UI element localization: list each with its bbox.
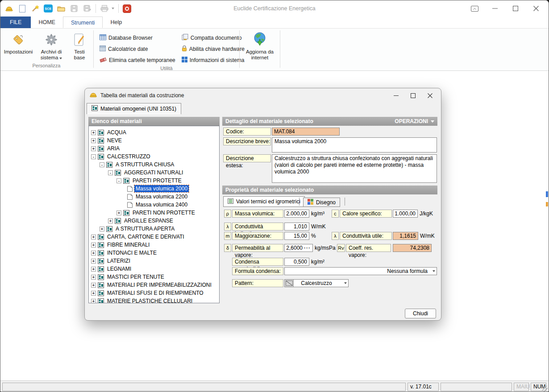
tree-item[interactable]: +INTONACI E MALTE xyxy=(89,249,219,257)
informazioni-sistema-button[interactable]: Informazioni di sistema xyxy=(180,54,246,66)
tree-item-selected[interactable]: Massa volumica 2000 xyxy=(89,185,219,193)
open-folder-icon[interactable] xyxy=(57,4,66,13)
collapse-ribbon-icon[interactable] xyxy=(466,3,483,14)
database-browser-button[interactable]: Database Browser xyxy=(98,32,177,43)
tree-item[interactable]: -CALCESTRUZZO xyxy=(89,153,219,161)
tree-item[interactable]: +NEVE xyxy=(89,136,219,144)
materials-tree[interactable]: +ACQUA +NEVE +ARIA -CALCESTRUZZO -A STRU… xyxy=(88,126,220,303)
hardware-key-icon xyxy=(182,45,187,53)
tree-item[interactable]: Massa volumica 2200 xyxy=(89,193,219,201)
tree-item[interactable]: +A STRUTTURA APERTA xyxy=(89,225,219,233)
tree-expander[interactable]: + xyxy=(91,259,96,264)
massa-volumica-field[interactable]: 2.000,00 xyxy=(284,210,309,218)
impostazioni-button[interactable]: Impostazioni xyxy=(2,30,34,55)
tree-item-label: Massa volumica 2200 xyxy=(134,193,189,200)
tree-expander[interactable]: + xyxy=(100,227,104,231)
compatta-documento-button[interactable]: Compatta documento xyxy=(180,32,246,43)
tree-item[interactable]: -PARETI PROTETTE xyxy=(89,177,219,185)
dialog-title-bar: Tabella dei materiali da costruzione xyxy=(85,88,441,103)
tree-item[interactable]: Massa volumica 2400 xyxy=(89,201,219,209)
operazioni-menu[interactable]: OPERAZIONI xyxy=(395,117,434,126)
codice-field[interactable]: MAT.084 xyxy=(272,128,340,136)
wizard-wand-icon[interactable] xyxy=(31,4,40,13)
tree-item[interactable]: +PARETI NON PROTETTE xyxy=(89,209,219,217)
maggiorazione-field[interactable]: 15,00 xyxy=(284,232,309,240)
print-dropdown-caret[interactable] xyxy=(112,8,114,9)
tree-expander[interactable]: + xyxy=(91,283,96,288)
tree-expander[interactable]: - xyxy=(100,162,104,167)
tree-item[interactable]: -A STRUTTURA CHIUSA xyxy=(89,161,219,169)
pattern-dropdown[interactable]: Calcestruzzo xyxy=(284,279,349,287)
tree-expander[interactable]: + xyxy=(91,146,96,151)
minimize-button[interactable] xyxy=(486,3,504,14)
maximize-button[interactable] xyxy=(507,3,524,14)
tree-item[interactable]: +CARTA, CARTONE E DERIVATI xyxy=(89,233,219,241)
descrizione-estesa-field[interactable]: Calcestruzzo a struttura chiusa confezio… xyxy=(272,154,437,183)
dialog-close-button[interactable] xyxy=(421,90,438,101)
tree-item[interactable]: -AGGREGATI NATURALI xyxy=(89,169,219,177)
tree-item[interactable]: +MATERIALI SFUSI E DI RIEMPIMENTO xyxy=(89,289,219,297)
tab-file[interactable]: FILE xyxy=(0,17,31,28)
app-hardhat-icon[interactable] xyxy=(5,4,14,13)
exit-power-icon[interactable] xyxy=(123,4,131,13)
tree-item[interactable]: +ACQUA xyxy=(89,128,219,136)
calcolatrice-date-button[interactable]: Calcolatrice date xyxy=(98,43,177,54)
tree-item[interactable]: +LEGNAMI xyxy=(89,265,219,273)
tab-strumenti[interactable]: Strumenti xyxy=(63,17,103,28)
permeabilita-vapore-field[interactable]: ···2,6000 xyxy=(284,244,313,252)
conduttivita-utile-field: 1,1615 xyxy=(393,232,418,240)
tab-help[interactable]: Help xyxy=(103,17,129,28)
tree-expander[interactable]: - xyxy=(116,178,121,183)
tree-item[interactable]: +ARIA xyxy=(89,144,219,153)
new-document-icon[interactable] xyxy=(18,4,27,13)
tree-item[interactable]: +MATERIALI PER IMPERMEABILIZZAZIONI xyxy=(89,281,219,289)
tree-item[interactable]: +FIBRE MINERALI xyxy=(89,241,219,249)
tree-item[interactable]: +MASTICI PER TENUTE xyxy=(89,273,219,281)
condensa-ammissibile-field[interactable]: 0,500 xyxy=(284,258,309,266)
tree-expander[interactable]: - xyxy=(91,154,96,159)
tree-expander[interactable]: + xyxy=(91,138,96,143)
tree-expander[interactable]: + xyxy=(91,299,96,304)
tree-expander[interactable]: + xyxy=(91,130,96,135)
testi-base-button[interactable]: Testi base xyxy=(68,30,91,61)
sce-badge-icon[interactable]: SCE xyxy=(44,4,53,12)
formula-condensa-dropdown[interactable]: Nessuna formula xyxy=(284,267,437,275)
dialog-maximize-button[interactable] xyxy=(404,90,421,101)
properties-header: Proprietà del materiale selezionato xyxy=(222,186,437,194)
tab-valori-termici[interactable]: Valori termici ed igrometrici xyxy=(223,196,305,207)
resize-grip[interactable] xyxy=(542,386,548,392)
ellipsis-button[interactable]: ··· xyxy=(304,244,311,252)
tab-home[interactable]: HOME xyxy=(31,17,63,28)
save-as-icon[interactable] xyxy=(83,4,92,13)
dialog-minimize-button[interactable] xyxy=(387,90,404,101)
aggiorna-da-internet-button[interactable]: Aggiorna da internet xyxy=(242,30,278,61)
tree-expander[interactable]: + xyxy=(91,291,96,296)
tree-expander[interactable]: + xyxy=(91,275,96,280)
tree-expander[interactable]: + xyxy=(91,251,96,256)
tab-materiali-omogenei[interactable]: Materiali omogenei (UNI 10351) xyxy=(87,103,181,114)
chiudi-button[interactable]: Chiudi xyxy=(405,309,436,318)
tree-item[interactable]: +MATERIE PLASTICHE CELLULARI xyxy=(89,297,219,303)
elimina-cartelle-button[interactable]: Elimina cartelle temporanee xyxy=(98,54,177,66)
tree-item[interactable]: +LATERIZI xyxy=(89,257,219,265)
calore-specifico-field[interactable]: 1.000,00 xyxy=(393,210,418,218)
print-icon[interactable] xyxy=(100,4,109,13)
permeabilita-vapore-unit: kg/msPa xyxy=(315,244,336,252)
close-button[interactable] xyxy=(527,3,545,14)
tree-expander[interactable]: + xyxy=(91,243,96,248)
tree-expander[interactable]: + xyxy=(91,267,96,272)
tree-expander[interactable]: + xyxy=(116,210,121,215)
ribbon-group-personalizza: Impostazioni Archivi di sistema Testi ba… xyxy=(0,29,92,70)
tree-expander[interactable]: - xyxy=(108,170,113,175)
save-icon[interactable] xyxy=(70,4,79,13)
tree-item[interactable]: +ARGILLE ESPANSE xyxy=(89,217,219,225)
tree-expander[interactable]: + xyxy=(91,235,96,239)
tree-expander[interactable]: + xyxy=(108,219,113,223)
descrizione-breve-field[interactable]: Massa volumica 2000 xyxy=(272,137,437,153)
descrizione-breve-label: Descrizione breve: xyxy=(223,137,271,145)
tab-disegno[interactable]: Disegno xyxy=(303,198,340,207)
conduttivita-indicativa-field[interactable]: 1,010 xyxy=(284,223,309,231)
archivi-di-sistema-button[interactable]: Archivi di sistema xyxy=(35,30,67,61)
abilita-chiave-button[interactable]: Abilita chiave hardware xyxy=(180,43,246,54)
tree-item-label: LEGNAMI xyxy=(106,265,133,272)
